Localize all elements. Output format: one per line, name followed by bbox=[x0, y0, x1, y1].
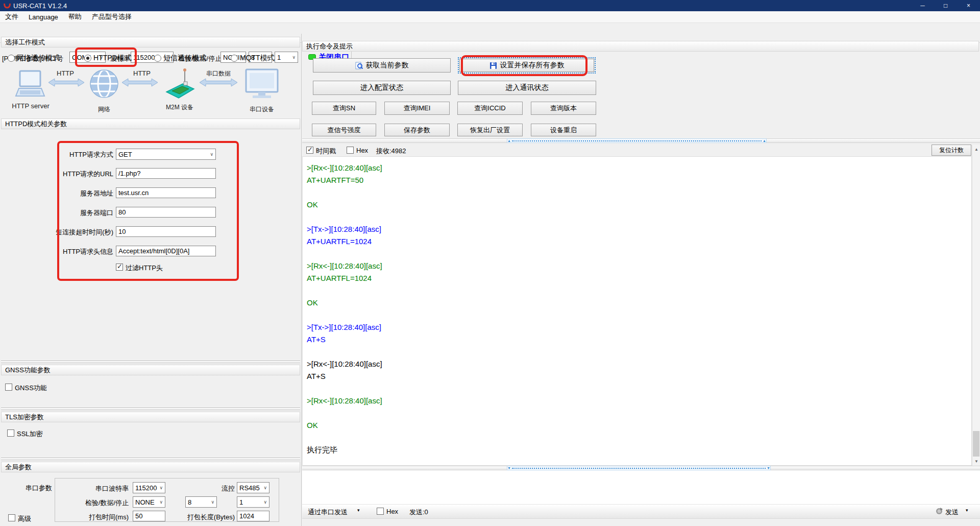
http-header-label: HTTP请求头信息 bbox=[58, 247, 113, 256]
pack-time-label: 打包时间(ms) bbox=[86, 513, 129, 522]
server-address-input[interactable] bbox=[116, 187, 216, 198]
tri-down-icon: ▼ bbox=[507, 466, 511, 470]
reset-counter-button[interactable]: 复位计数 bbox=[932, 145, 971, 156]
http-url-input[interactable] bbox=[116, 168, 216, 179]
http-method-select[interactable]: GET∨ bbox=[116, 149, 216, 160]
panel-divider bbox=[301, 34, 302, 526]
global-stopbits-select[interactable]: 1∨ bbox=[237, 496, 270, 508]
log-line bbox=[307, 432, 971, 444]
splitter-dots bbox=[512, 468, 766, 469]
log-line: AT+UARTFL=1024 bbox=[307, 235, 971, 248]
send-mode-button[interactable]: 通过串口发送 bbox=[308, 508, 348, 517]
radio-httpd-mode[interactable] bbox=[84, 55, 91, 62]
hex-send-label: Hex bbox=[386, 508, 398, 515]
global-baud-select[interactable]: 115200∨ bbox=[133, 482, 165, 493]
menu-language[interactable]: Language bbox=[23, 11, 63, 23]
log-line: >[Rx<-][10:28:40][asc] bbox=[307, 162, 971, 174]
menu-file[interactable]: 文件 bbox=[0, 11, 23, 23]
filter-http-header-checkbox[interactable] bbox=[116, 264, 123, 271]
log-line bbox=[307, 248, 971, 260]
close-button[interactable]: × bbox=[957, 0, 980, 11]
http-url-label: HTTP请求的URL bbox=[56, 170, 113, 179]
gnss-checkbox[interactable] bbox=[5, 384, 12, 391]
menu-bar: 文件 Language 帮助 产品型号选择 bbox=[0, 11, 980, 23]
pack-length-input[interactable] bbox=[237, 511, 270, 521]
send-input-area[interactable] bbox=[302, 470, 980, 504]
factory-reset-button[interactable]: 恢复出厂设置 bbox=[457, 124, 523, 136]
laptop-icon bbox=[13, 69, 47, 102]
tri-up-icon: ▲ bbox=[507, 138, 511, 143]
chevron-down-icon: ∨ bbox=[210, 499, 216, 505]
radio-net-passthrough[interactable] bbox=[8, 55, 15, 62]
menu-product-model[interactable]: 产品型号选择 bbox=[87, 11, 137, 23]
section-splitter[interactable] bbox=[1, 361, 300, 363]
focus-outline bbox=[458, 57, 596, 74]
diagram-node3-label: M2M 设备 bbox=[162, 103, 197, 112]
log-line: OK bbox=[307, 419, 971, 432]
flow-control-select[interactable]: RS485∨ bbox=[237, 482, 270, 493]
minimize-button[interactable]: ─ bbox=[911, 0, 934, 11]
enter-config-button[interactable]: 进入配置状态 bbox=[313, 81, 451, 95]
get-params-button[interactable]: 获取当前参数 bbox=[313, 58, 451, 73]
log-area: >[Rx<-][10:28:40][asc] AT+UARTFT=50 OK >… bbox=[302, 156, 972, 466]
advanced-label: 高级 bbox=[18, 514, 31, 523]
log-line: >[Tx->][10:28:40][asc] bbox=[307, 321, 971, 333]
query-version-button[interactable]: 查询版本 bbox=[531, 102, 596, 115]
window-title: USR-CAT1 V1.2.4 bbox=[13, 2, 67, 10]
server-port-input[interactable] bbox=[116, 207, 216, 218]
hex-send-checkbox[interactable] bbox=[377, 508, 384, 515]
splitter-handle[interactable]: ▼ ▼ bbox=[507, 466, 771, 470]
short-conn-timeout-input[interactable] bbox=[116, 226, 216, 237]
tri-down-icon: ▼ bbox=[767, 466, 770, 470]
menu-arrow-icon[interactable]: ▾ bbox=[966, 508, 968, 513]
log-line: >[Rx<-][10:28:40][asc] bbox=[307, 358, 971, 370]
send-button[interactable]: 发送 bbox=[945, 508, 959, 517]
query-sn-button[interactable]: 查询SN bbox=[312, 102, 376, 115]
http-header-input[interactable] bbox=[116, 246, 216, 256]
device-restart-button[interactable]: 设备重启 bbox=[531, 124, 596, 136]
ssl-label: SSL加密 bbox=[17, 429, 43, 439]
workmode-section-header: 选择工作模式 bbox=[1, 37, 300, 47]
diagram-link3-label: 串口数据 bbox=[205, 69, 232, 78]
scrollbar-thumb[interactable] bbox=[973, 431, 979, 457]
pack-time-input[interactable] bbox=[133, 511, 165, 521]
menu-arrow-icon[interactable]: ▾ bbox=[357, 508, 360, 513]
splitter-handle[interactable]: ▲ ▲ bbox=[507, 138, 767, 143]
global-databits-select[interactable]: 8∨ bbox=[185, 496, 217, 508]
log-vertical-scrollbar[interactable]: ▲ ▼ bbox=[972, 145, 980, 466]
app-window: USR-CAT1 V1.2.4 ─ □ × 文件 Language 帮助 产品型… bbox=[0, 0, 980, 526]
scroll-up-icon[interactable]: ▲ bbox=[972, 146, 980, 153]
log-line: >[Rx<-][10:28:40][asc] bbox=[307, 260, 971, 272]
global-parity-select[interactable]: NONE∨ bbox=[133, 496, 165, 508]
global-parity-label: 检验/数据/停止 bbox=[82, 498, 129, 508]
server-port-label: 服务器端口 bbox=[71, 208, 113, 218]
chevron-down-icon: ∨ bbox=[262, 485, 269, 490]
save-params-button[interactable]: 保存参数 bbox=[384, 124, 450, 136]
log-line: OK bbox=[307, 199, 971, 211]
log-line: AT+UARTFT=50 bbox=[307, 174, 971, 186]
query-imei-button[interactable]: 查询IMEI bbox=[384, 102, 450, 115]
log-line bbox=[307, 407, 971, 419]
enter-comm-button[interactable]: 进入通讯状态 bbox=[458, 81, 596, 95]
gnss-label: GNSS功能 bbox=[15, 384, 47, 393]
query-signal-button[interactable]: 查信号强度 bbox=[312, 124, 376, 136]
log-line bbox=[307, 211, 971, 223]
timestamp-label: 时间戳 bbox=[316, 147, 336, 156]
chevron-down-icon: ∨ bbox=[291, 55, 298, 60]
globe-network-icon bbox=[90, 68, 118, 101]
bottom-strip bbox=[302, 518, 980, 526]
radio-mqtt-mode[interactable] bbox=[231, 55, 238, 62]
advanced-checkbox[interactable] bbox=[8, 514, 15, 521]
query-iccid-button[interactable]: 查询ICCID bbox=[457, 102, 523, 115]
section-splitter[interactable] bbox=[1, 408, 300, 410]
stopbits-select[interactable]: 1∨ bbox=[275, 52, 298, 63]
ssl-checkbox[interactable] bbox=[7, 429, 14, 437]
timestamp-checkbox[interactable] bbox=[306, 147, 313, 154]
menu-help[interactable]: 帮助 bbox=[63, 11, 87, 23]
scroll-down-icon[interactable]: ▼ bbox=[972, 458, 980, 465]
hex-recv-checkbox[interactable] bbox=[347, 147, 354, 154]
radio-sms-passthrough[interactable] bbox=[154, 55, 161, 62]
maximize-button[interactable]: □ bbox=[934, 0, 957, 11]
diagram-node2-label: 网络 bbox=[94, 105, 114, 114]
section-splitter[interactable] bbox=[1, 458, 300, 460]
